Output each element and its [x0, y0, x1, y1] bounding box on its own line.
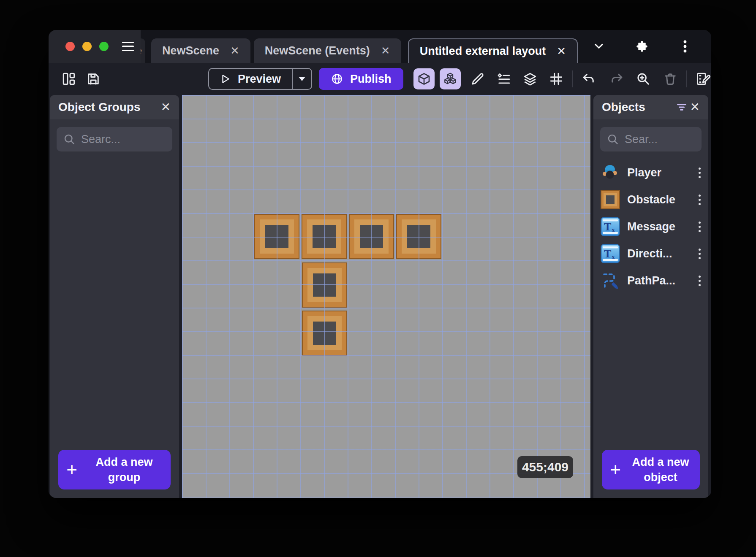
object-label: PathPa...	[627, 274, 690, 287]
save-icon[interactable]	[84, 70, 103, 88]
obstacle-instance[interactable]	[349, 214, 394, 259]
object-item-directions[interactable]: T x Directi...	[593, 240, 708, 267]
edit-scene-properties-icon[interactable]	[694, 70, 711, 88]
object-menu-kebab-icon[interactable]	[697, 273, 702, 289]
edit-instances-mode-button[interactable]	[440, 68, 461, 89]
search-input[interactable]	[625, 133, 695, 146]
svg-text:x: x	[612, 226, 615, 233]
app-window: e NewScene ✕ NewScene (Events) ✕ Untitle…	[49, 30, 711, 498]
player-sprite-icon	[600, 162, 620, 183]
obstacle-instance[interactable]	[254, 214, 299, 259]
cursor-coordinates-badge: 455;409	[517, 456, 573, 478]
object-item-message[interactable]: T x Message	[593, 213, 708, 240]
cubes-icon	[443, 72, 457, 86]
preview-button[interactable]: Preview	[209, 69, 292, 89]
add-group-label: Add a new group	[85, 454, 171, 485]
object-item-obstacle[interactable]: Obstacle	[593, 186, 708, 213]
caret-down-icon	[298, 76, 306, 81]
tab-label: e	[141, 44, 142, 57]
tab-label: NewScene	[162, 44, 219, 57]
obstacle-instance[interactable]	[302, 311, 347, 356]
cube-icon	[417, 72, 431, 86]
object-menu-kebab-icon[interactable]	[697, 192, 702, 208]
grid-icon[interactable]	[547, 70, 566, 88]
object-groups-empty-area	[50, 156, 179, 442]
main-area: Object Groups ✕ + Add a new group 455;40…	[49, 95, 711, 498]
object-item-player[interactable]: Player	[593, 159, 708, 186]
tab-close-icon[interactable]: ✕	[230, 45, 239, 56]
tab-strip: e NewScene ✕ NewScene (Events) ✕ Untitle…	[141, 30, 578, 63]
obstacle-instance[interactable]	[396, 214, 441, 259]
edit-objects-mode-button[interactable]	[413, 68, 435, 89]
canvas-tiles	[182, 95, 590, 498]
objects-panel: Objects ✕	[593, 95, 708, 498]
close-icon[interactable]: ✕	[690, 101, 700, 113]
tab-label: NewScene (Events)	[265, 44, 370, 57]
zoom-in-icon[interactable]	[634, 70, 653, 88]
publish-label: Publish	[350, 73, 392, 86]
add-object-label: Add a new object	[629, 454, 700, 485]
globe-icon	[331, 73, 343, 85]
titlebar: e NewScene ✕ NewScene (Events) ✕ Untitle…	[49, 30, 711, 63]
tab-close-icon[interactable]: ✕	[381, 45, 390, 56]
more-options-icon[interactable]	[676, 37, 694, 56]
svg-text:T: T	[604, 221, 611, 233]
main-menu-button[interactable]	[122, 42, 134, 51]
object-label: Directi...	[627, 247, 690, 260]
delete-trash-icon[interactable]	[661, 70, 680, 88]
text-object-icon: T x	[600, 216, 620, 237]
svg-text:x: x	[612, 253, 615, 260]
obstacle-instance[interactable]	[302, 262, 347, 308]
tab-close-icon[interactable]: ✕	[557, 46, 566, 57]
window-controls	[49, 30, 141, 63]
object-groups-search[interactable]	[57, 127, 172, 151]
filter-icon[interactable]	[673, 99, 690, 116]
edit-scene-pencil-icon[interactable]	[468, 70, 487, 88]
plus-icon: +	[58, 460, 85, 479]
add-group-button[interactable]: + Add a new group	[58, 450, 171, 489]
path-pen-icon	[600, 270, 620, 291]
publish-button[interactable]: Publish	[319, 68, 403, 90]
minimize-window-button[interactable]	[82, 42, 92, 51]
search-icon	[607, 133, 619, 145]
obstacle-instance[interactable]	[302, 214, 347, 259]
preview-label: Preview	[238, 73, 281, 86]
tab-newscene[interactable]: NewScene ✕	[151, 38, 250, 63]
svg-text:T: T	[604, 248, 611, 260]
object-label: Player	[627, 166, 690, 179]
close-window-button[interactable]	[65, 42, 75, 51]
preview-options-caret[interactable]	[292, 69, 311, 89]
obstacle-tile-icon	[600, 189, 620, 210]
object-menu-kebab-icon[interactable]	[697, 246, 702, 262]
tab-untitled-external-layout[interactable]: Untitled external layout ✕	[408, 38, 578, 63]
objects-list: Player Obstacle T	[593, 159, 708, 294]
object-menu-kebab-icon[interactable]	[697, 219, 702, 235]
scene-canvas[interactable]: 455;409	[182, 95, 590, 498]
titlebar-actions	[578, 30, 711, 63]
search-input[interactable]	[81, 133, 166, 146]
object-menu-kebab-icon[interactable]	[697, 165, 702, 181]
object-item-pathpainter[interactable]: PathPa...	[593, 267, 708, 294]
object-groups-header: Object Groups ✕	[50, 95, 179, 119]
object-label: Obstacle	[627, 193, 690, 206]
objects-empty-area	[593, 294, 708, 442]
object-groups-title: Object Groups	[58, 100, 161, 114]
instances-list-icon[interactable]	[495, 70, 513, 88]
tab-newscene-events[interactable]: NewScene (Events) ✕	[254, 38, 401, 63]
extensions-puzzle-icon[interactable]	[633, 37, 651, 56]
open-project-manager-icon[interactable]	[60, 70, 78, 88]
objects-search[interactable]	[600, 127, 702, 151]
play-icon	[220, 73, 231, 84]
plus-icon: +	[602, 460, 629, 479]
close-icon[interactable]: ✕	[161, 101, 171, 113]
chevron-down-icon[interactable]	[590, 37, 608, 56]
layers-icon[interactable]	[521, 70, 539, 88]
tab-truncated[interactable]: e	[141, 38, 145, 63]
undo-icon[interactable]	[580, 70, 598, 88]
add-object-button[interactable]: + Add a new object	[602, 450, 700, 489]
redo-icon[interactable]	[607, 70, 625, 88]
toolbar: Preview Publish	[49, 63, 711, 95]
object-groups-panel: Object Groups ✕ + Add a new group	[50, 95, 179, 498]
fullscreen-window-button[interactable]	[99, 42, 109, 51]
preview-split-button[interactable]: Preview	[208, 68, 312, 90]
